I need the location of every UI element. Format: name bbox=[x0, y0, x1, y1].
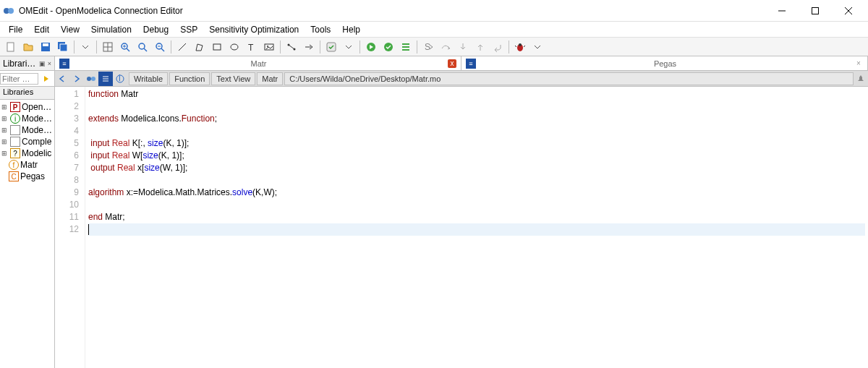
svg-rect-3 bbox=[812, 7, 819, 14]
step-return-icon[interactable] bbox=[490, 39, 506, 55]
zoom-in-icon[interactable] bbox=[117, 39, 133, 55]
tree-item[interactable]: ⊞Comple bbox=[0, 136, 54, 147]
svg-rect-6 bbox=[7, 43, 14, 51]
close-icon[interactable]: x bbox=[448, 59, 456, 68]
icon-view-icon[interactable] bbox=[84, 72, 98, 86]
minimize-button[interactable] bbox=[765, 0, 799, 22]
tab-file-icon: ≡ bbox=[466, 59, 476, 69]
zoom-out-icon[interactable] bbox=[152, 39, 168, 55]
svg-line-19 bbox=[144, 48, 147, 51]
debug-dropdown-icon[interactable] bbox=[529, 39, 545, 55]
library-tree: ⊞POpen… ⊞iMode… ⊞Mode… ⊞Comple ⊞?Modelic… bbox=[0, 100, 54, 368]
step-into-icon[interactable] bbox=[455, 39, 471, 55]
new-file-icon[interactable] bbox=[3, 39, 19, 55]
svg-point-46 bbox=[87, 77, 91, 81]
sidebar: Librari… ▣ × Libraries ⊞POpen… ⊞iMode… ⊞… bbox=[0, 56, 55, 368]
menu-ssp[interactable]: SSP bbox=[174, 23, 203, 36]
menu-view[interactable]: View bbox=[55, 23, 85, 36]
tree-item[interactable]: fMatr bbox=[0, 159, 54, 171]
svg-line-21 bbox=[161, 48, 164, 51]
bitmap-tool-icon[interactable] bbox=[261, 39, 277, 55]
debug-icon[interactable] bbox=[512, 39, 528, 55]
menu-sens[interactable]: Sensitivity Optimization bbox=[203, 23, 305, 36]
menu-debug[interactable]: Debug bbox=[137, 23, 174, 36]
svg-text:T: T bbox=[248, 43, 254, 53]
line-tool-icon[interactable] bbox=[174, 39, 190, 55]
back-icon[interactable] bbox=[55, 72, 69, 86]
svg-rect-10 bbox=[60, 44, 67, 51]
menu-simulation[interactable]: Simulation bbox=[85, 23, 137, 36]
menu-file[interactable]: File bbox=[3, 23, 28, 36]
simulate-list-icon[interactable] bbox=[398, 39, 414, 55]
step-out-icon[interactable] bbox=[472, 39, 488, 55]
svg-point-47 bbox=[91, 77, 95, 81]
text-tool-icon[interactable]: T bbox=[244, 39, 260, 55]
sidebar-section: Libraries bbox=[0, 87, 54, 100]
breadcrumb-bar: i Writable Function Text View Matr C:/Us… bbox=[55, 71, 868, 87]
crumb-model[interactable]: Matr bbox=[257, 72, 283, 85]
tree-item[interactable]: CPegas bbox=[0, 171, 54, 182]
svg-rect-24 bbox=[213, 44, 221, 50]
dropdown-icon[interactable] bbox=[77, 39, 93, 55]
tree-item[interactable]: ⊞?Modelic bbox=[0, 147, 54, 159]
menu-bar: File Edit View Simulation Debug SSP Sens… bbox=[0, 22, 868, 38]
svg-line-44 bbox=[515, 46, 516, 47]
zoom-reset-icon[interactable] bbox=[135, 39, 150, 55]
tab-matr[interactable]: ≡ Matr x bbox=[55, 56, 461, 70]
forward-icon[interactable] bbox=[69, 72, 84, 86]
menu-tools[interactable]: Tools bbox=[305, 23, 336, 36]
code-editor[interactable]: 123456789101112 function Matrextends Mod… bbox=[55, 87, 868, 368]
svg-rect-8 bbox=[43, 43, 48, 46]
step-s-icon[interactable]: S bbox=[420, 39, 436, 55]
grid-icon[interactable] bbox=[100, 39, 116, 55]
svg-text:S: S bbox=[425, 42, 430, 52]
dropdown2-icon[interactable] bbox=[341, 39, 357, 55]
crumb-filepath: C:/Users/Wilda/OneDrive/Desktop/Matr.mo bbox=[284, 72, 854, 85]
simulate-check-icon[interactable] bbox=[380, 39, 396, 55]
transition-icon[interactable] bbox=[301, 39, 317, 55]
rectangle-tool-icon[interactable] bbox=[209, 39, 225, 55]
tab-label: Matr bbox=[74, 59, 443, 68]
tab-strip: ≡ Matr x ≡ Pegas × bbox=[55, 56, 868, 71]
menu-edit[interactable]: Edit bbox=[28, 23, 55, 36]
tab-pegas[interactable]: ≡ Pegas × bbox=[461, 56, 868, 70]
filter-input[interactable] bbox=[0, 73, 38, 85]
maximize-button[interactable] bbox=[799, 0, 832, 22]
code-lines[interactable]: function Matrextends Modelica.Icons.Func… bbox=[85, 87, 868, 368]
svg-line-45 bbox=[524, 46, 525, 47]
tree-item[interactable]: ⊞Mode… bbox=[0, 124, 54, 136]
toolbar: T S bbox=[0, 38, 868, 56]
svg-text:i: i bbox=[119, 74, 121, 83]
crumb-writable[interactable]: Writable bbox=[129, 72, 168, 85]
polygon-tool-icon[interactable] bbox=[192, 39, 208, 55]
save-icon[interactable] bbox=[38, 39, 54, 55]
step-over-icon[interactable] bbox=[438, 39, 454, 55]
close-icon[interactable]: × bbox=[854, 59, 863, 68]
app-icon bbox=[3, 5, 14, 17]
connect-icon[interactable] bbox=[284, 39, 299, 55]
svg-point-43 bbox=[519, 43, 522, 46]
svg-point-1 bbox=[8, 8, 14, 14]
ellipse-tool-icon[interactable] bbox=[226, 39, 242, 55]
pin-icon[interactable] bbox=[854, 72, 868, 86]
svg-line-31 bbox=[289, 45, 294, 49]
doc-view-icon[interactable]: i bbox=[113, 72, 127, 86]
simulate-icon[interactable] bbox=[363, 39, 379, 55]
expand-all-icon[interactable] bbox=[38, 71, 54, 87]
open-file-icon[interactable] bbox=[20, 39, 36, 55]
check-model-icon[interactable] bbox=[323, 39, 339, 55]
text-view-icon[interactable] bbox=[98, 72, 113, 86]
sidebar-header-label: Librari… bbox=[3, 59, 35, 69]
title-bar: OMEdit - OpenModelica Connection Editor bbox=[0, 0, 868, 22]
tree-item[interactable]: ⊞POpen… bbox=[0, 101, 54, 113]
tab-file-icon: ≡ bbox=[59, 59, 69, 69]
save-all-icon[interactable] bbox=[55, 39, 71, 55]
svg-line-23 bbox=[179, 43, 186, 51]
editor-pane: ≡ Matr x ≡ Pegas × i Writable Function T… bbox=[55, 56, 868, 368]
menu-help[interactable]: Help bbox=[336, 23, 366, 36]
close-button[interactable] bbox=[832, 0, 865, 22]
tree-item[interactable]: ⊞iMode… bbox=[0, 113, 54, 124]
tab-label: Pegas bbox=[480, 59, 850, 68]
svg-line-15 bbox=[127, 48, 129, 51]
title-text: OMEdit - OpenModelica Connection Editor bbox=[19, 6, 765, 16]
